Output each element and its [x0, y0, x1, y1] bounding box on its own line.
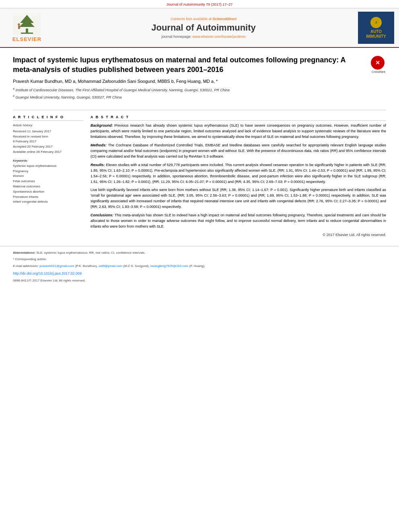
journal-homepage: journal homepage: www.elsevier.com/locat…: [53, 35, 354, 39]
abstract-background: Background: Previous research has alread…: [90, 123, 386, 140]
journal-top-bar: Journal of Autoimmunity 79 (2017) 17–27: [0, 0, 399, 8]
article-title-section: Impact of systemic lupus erythematosus o…: [13, 55, 386, 106]
conclusions-text: This meta-analysis has shown SLE to inde…: [90, 213, 386, 228]
background-text: Previous research has already shown syst…: [90, 123, 386, 139]
history-label: Article history:: [13, 123, 83, 128]
svg-rect-6: [18, 26, 20, 29]
elsevier-brand-label: ELSEVIER: [12, 36, 41, 42]
article-info-header: A R T I C L E I N F O: [13, 115, 83, 121]
email-pravesh[interactable]: pravesh021@gmail.com: [39, 264, 74, 268]
conclusions-label: Conclusions:: [90, 213, 113, 217]
keywords-label: Keywords:: [13, 159, 83, 162]
journal-citation: Journal of Autoimmunity 79 (2017) 17–27: [167, 2, 233, 6]
main-content: Impact of systemic lupus erythematosus o…: [0, 48, 399, 246]
header-center: Contents lists available at ScienceDirec…: [49, 17, 358, 39]
affiliation-a: a Institute of Cardiovascular Diseases, …: [13, 87, 366, 93]
journal-logo-badge: J AUTO IMMUNITY: [358, 12, 394, 44]
email-huang[interactable]: huangfeng7925@163.com: [150, 264, 188, 268]
results-text: Eleven studies with a total number of 52…: [90, 163, 386, 184]
affiliation-a-text: Institute of Cardiovascular Diseases, Th…: [15, 88, 229, 92]
elsevier-tree-icon: [13, 13, 41, 35]
keyword-5: Maternal outcomes: [13, 184, 83, 189]
sciencedirect-label: ScienceDirect: [213, 17, 237, 21]
results-text-2: Live birth significantly favored infants…: [90, 188, 386, 209]
crossmark-icon: ✕: [371, 56, 385, 70]
methods-text: The Cochrane Database of Randomized Cont…: [90, 143, 386, 158]
keyword-7: Premature infants: [13, 195, 83, 200]
journal-title: Journal of Autoimmunity: [53, 23, 354, 33]
abstract-results-2: Live birth significantly favored infants…: [90, 187, 386, 210]
keyword-8: Infant congenital defects: [13, 199, 83, 205]
abbreviations-line: Abbreviations: SLE, systemic lupus eryth…: [13, 251, 386, 255]
abstract-header: A B S T R A C T: [90, 115, 386, 121]
received-date: Received 11 January 2017: [13, 129, 83, 134]
header-left: ELSEVIER: [5, 13, 49, 42]
abbreviations-label: Abbreviations:: [13, 251, 35, 255]
journal-header: ELSEVIER Contents lists available at Sci…: [0, 8, 399, 48]
received-revised-label: Received in revised form: [13, 134, 83, 140]
keyword-3: Women: [13, 174, 83, 179]
corresponding-label: * Corresponding author.: [13, 257, 47, 261]
authors-text: Pravesh Kumar Bundhun, MD a, Mohammad Za…: [13, 79, 218, 84]
results-label: Results:: [90, 163, 105, 167]
journal-logo-mini-label: AUTO IMMUNITY: [366, 29, 386, 39]
abstract-content: Background: Previous research has alread…: [90, 123, 386, 238]
article-title: Impact of systemic lupus erythematosus o…: [13, 55, 366, 75]
doi-section: http://dx.doi.org/10.1016/j.jaut.2017.02…: [13, 271, 386, 283]
abstract-conclusions: Conclusions: This meta-analysis has show…: [90, 213, 386, 230]
contents-available-text: Contents lists available at ScienceDirec…: [53, 17, 354, 21]
keyword-4: Fetal outcomes: [13, 179, 83, 184]
issn-line: 0896-8411/© 2017 Elsevier Ltd. All right…: [13, 278, 386, 283]
svg-point-5: [18, 23, 20, 26]
homepage-link[interactable]: www.elsevier.com/locate/jautimm: [193, 35, 246, 39]
abstract-column: A B S T R A C T Background: Previous res…: [90, 115, 386, 238]
svg-rect-2: [21, 33, 33, 34]
corresponding-line: * Corresponding author.: [13, 257, 386, 262]
affiliation-b-text: Guangxi Medical University, Nanning, Gua…: [15, 95, 121, 99]
methods-label: Methods:: [90, 143, 107, 147]
affiliations: a Institute of Cardiovascular Diseases, …: [13, 87, 366, 100]
background-label: Background:: [90, 123, 113, 127]
abstract-methods: Methods: The Cochrane Database of Random…: [90, 143, 386, 160]
article-info-column: A R T I C L E I N F O Article history: R…: [13, 115, 83, 238]
crossmark-badge[interactable]: ✕ CrossMark: [371, 56, 386, 73]
two-column-section: A R T I C L E I N F O Article history: R…: [13, 110, 386, 238]
article-title-area: Impact of systemic lupus erythematosus o…: [13, 55, 366, 106]
available-date: Available online 28 February 2017: [13, 150, 83, 155]
keyword-6: Spontaneous abortion: [13, 189, 83, 195]
article-history: Article history: Received 11 January 201…: [13, 123, 83, 155]
keywords-list: Systemic lupus erythematosus Pregnancy W…: [13, 164, 83, 205]
page: Journal of Autoimmunity 79 (2017) 17–27: [0, 0, 399, 532]
crossmark-label: CrossMark: [371, 70, 386, 73]
footer: Abbreviations: SLE, systemic lupus eryth…: [0, 246, 399, 287]
abstract-results: Results: Eleven studies with a total num…: [90, 162, 386, 185]
affiliation-b: b Guangxi Medical University, Nanning, G…: [13, 94, 366, 101]
keyword-2: Pregnancy: [13, 169, 83, 174]
abbreviations-text: SLE, systemic lupus erythematosus; RR, r…: [36, 251, 145, 255]
revised-date: 8 February 2017: [13, 139, 83, 144]
doi-link[interactable]: http://dx.doi.org/10.1016/j.jaut.2017.02…: [13, 271, 386, 277]
logo-circle: J: [370, 17, 382, 28]
authors: Pravesh Kumar Bundhun, MD a, Mohammad Za…: [13, 78, 366, 85]
copyright-line: © 2017 Elsevier Ltd. All rights reserved…: [90, 232, 386, 238]
email-zaf[interactable]: zaf9@ymail.com: [99, 264, 122, 268]
email-label: E-mail addresses:: [13, 264, 39, 268]
email-line: E-mail addresses: pravesh021@gmail.com (…: [13, 264, 386, 269]
accepted-date: Accepted 20 February 2017: [13, 144, 83, 150]
elsevier-logo: ELSEVIER: [12, 13, 41, 42]
keyword-1: Systemic lupus erythematosus: [13, 164, 83, 169]
